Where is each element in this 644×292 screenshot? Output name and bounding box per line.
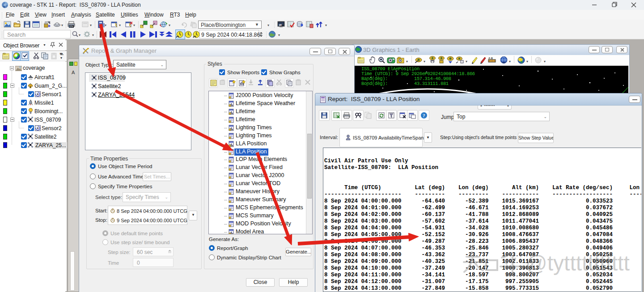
svg-text:A B: A B [488, 57, 493, 59]
svg-text:@tyttttttttttt: @tyttttttttttt [525, 251, 630, 275]
svg-text:?: ? [423, 113, 425, 118]
svg-text:STK: STK [69, 25, 73, 28]
